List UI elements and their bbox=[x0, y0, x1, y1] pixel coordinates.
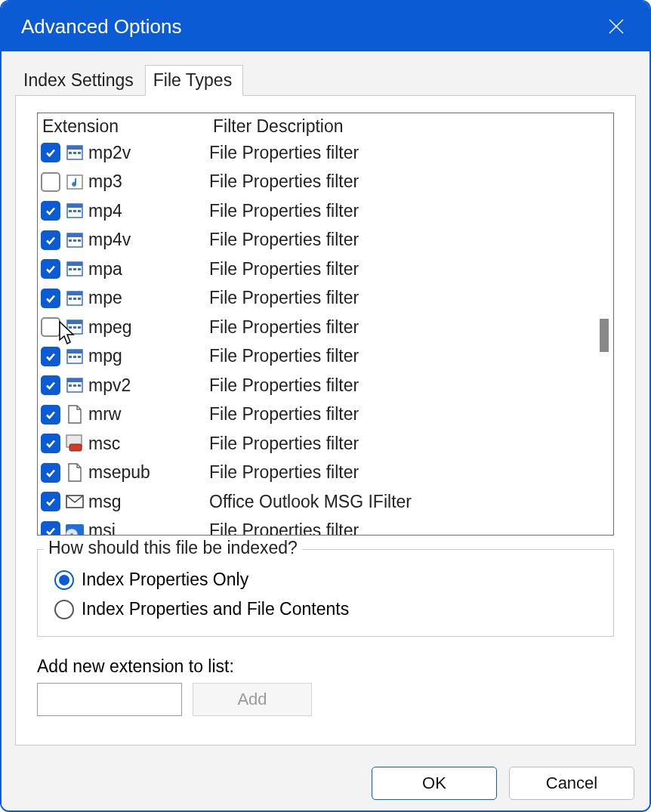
filter-description: File Properties filter bbox=[209, 171, 594, 192]
extension-name: msepub bbox=[88, 462, 209, 483]
cancel-button[interactable]: Cancel bbox=[509, 767, 634, 800]
list-content: Extension Filter Description mp2vFile Pr… bbox=[38, 113, 594, 535]
window-title: Advanced Options bbox=[21, 15, 600, 39]
extension-name: mpg bbox=[88, 346, 209, 366]
extension-input[interactable] bbox=[37, 683, 182, 716]
mail-file-icon bbox=[64, 491, 85, 512]
svg-rect-27 bbox=[78, 298, 81, 300]
video-file-icon bbox=[64, 230, 85, 251]
table-row[interactable]: msgOffice Outlook MSG IFilter bbox=[38, 487, 594, 517]
extension-name: msg bbox=[88, 492, 209, 512]
svg-rect-5 bbox=[73, 152, 76, 154]
extension-name: msc bbox=[88, 434, 209, 454]
file-types-list[interactable]: Extension Filter Description mp2vFile Pr… bbox=[37, 113, 614, 536]
list-rows: mp2vFile Properties filtermp3File Proper… bbox=[38, 138, 594, 535]
svg-rect-35 bbox=[69, 356, 72, 358]
table-row[interactable]: msiFile Properties filter bbox=[38, 517, 594, 536]
table-row[interactable]: msepubFile Properties filter bbox=[38, 458, 594, 488]
table-row[interactable]: mscFile Properties filter bbox=[38, 429, 594, 458]
ok-button[interactable]: OK bbox=[372, 767, 497, 800]
svg-rect-31 bbox=[73, 326, 76, 329]
checkbox[interactable] bbox=[41, 259, 60, 279]
svg-rect-16 bbox=[73, 239, 76, 242]
checkbox[interactable] bbox=[41, 434, 60, 453]
table-row[interactable]: mpaFile Properties filter bbox=[38, 255, 594, 284]
table-row[interactable]: mp4File Properties filter bbox=[38, 196, 594, 226]
titlebar: Advanced Options bbox=[2, 2, 649, 51]
svg-rect-30 bbox=[69, 326, 72, 329]
checkbox[interactable] bbox=[41, 143, 60, 162]
checkbox[interactable] bbox=[41, 492, 60, 511]
extension-name: mpv2 bbox=[88, 375, 209, 396]
video-file-icon bbox=[64, 288, 85, 309]
svg-rect-37 bbox=[78, 356, 81, 358]
table-row[interactable]: mpv2File Properties filter bbox=[38, 371, 594, 400]
table-row[interactable]: mrwFile Properties filter bbox=[38, 400, 594, 430]
tab-index-settings[interactable]: Index Settings bbox=[15, 65, 145, 96]
filter-description: File Properties filter bbox=[209, 317, 594, 338]
close-icon bbox=[607, 17, 625, 36]
svg-rect-24 bbox=[67, 292, 82, 295]
table-row[interactable]: mpeFile Properties filter bbox=[38, 284, 594, 313]
extension-name: mp4 bbox=[88, 201, 209, 221]
client-area: Index Settings File Types Extension Filt… bbox=[2, 51, 649, 756]
checkbox[interactable] bbox=[41, 289, 60, 308]
checkbox[interactable] bbox=[41, 463, 60, 483]
checkbox[interactable] bbox=[41, 230, 60, 250]
extension-name: mpa bbox=[88, 259, 209, 279]
checkbox[interactable] bbox=[41, 521, 60, 535]
table-row[interactable]: mp4vFile Properties filter bbox=[38, 226, 594, 255]
filter-description: File Properties filter bbox=[209, 520, 594, 535]
column-filter[interactable]: Filter Description bbox=[213, 116, 594, 137]
filter-description: File Properties filter bbox=[209, 346, 594, 366]
checkbox[interactable] bbox=[41, 201, 60, 221]
svg-rect-3 bbox=[67, 146, 82, 150]
extension-name: msi bbox=[88, 520, 209, 535]
checkbox[interactable] bbox=[41, 405, 60, 425]
scroll-thumb[interactable] bbox=[600, 319, 609, 352]
checkbox[interactable] bbox=[41, 347, 60, 366]
dialog-footer: OK Cancel bbox=[2, 756, 649, 810]
add-extension-label: Add new extension to list: bbox=[37, 656, 614, 677]
filter-description: File Properties filter bbox=[209, 404, 594, 425]
close-button[interactable] bbox=[600, 10, 633, 43]
checkbox[interactable] bbox=[41, 317, 60, 337]
video-file-icon bbox=[64, 200, 85, 221]
checkbox[interactable] bbox=[41, 172, 60, 192]
checkbox[interactable] bbox=[41, 375, 60, 395]
table-row[interactable]: mp3File Properties filter bbox=[38, 168, 594, 197]
radio-icon bbox=[54, 600, 74, 619]
table-row[interactable]: mpegFile Properties filter bbox=[38, 313, 594, 342]
svg-rect-39 bbox=[67, 378, 82, 382]
disc-file-icon bbox=[64, 520, 85, 535]
svg-rect-44 bbox=[69, 444, 82, 451]
blank-file-icon bbox=[64, 462, 85, 483]
svg-rect-4 bbox=[69, 152, 72, 154]
svg-rect-10 bbox=[69, 210, 72, 212]
svg-rect-29 bbox=[67, 320, 82, 324]
file-types-panel: Extension Filter Description mp2vFile Pr… bbox=[15, 95, 636, 746]
group-legend: How should this file be indexed? bbox=[44, 538, 302, 558]
column-extension[interactable]: Extension bbox=[41, 116, 213, 137]
radio-properties-and-contents[interactable]: Index Properties and File Contents bbox=[54, 594, 600, 624]
svg-rect-32 bbox=[78, 326, 81, 329]
video-file-icon bbox=[64, 316, 85, 338]
radio-label: Index Properties Only bbox=[82, 570, 248, 590]
radio-icon bbox=[54, 570, 74, 590]
scrollbar[interactable] bbox=[594, 113, 613, 535]
audio-file-icon bbox=[64, 171, 85, 193]
radio-properties-only[interactable]: Index Properties Only bbox=[54, 565, 600, 594]
add-button[interactable]: Add bbox=[193, 683, 312, 716]
table-row[interactable]: mpgFile Properties filter bbox=[38, 342, 594, 372]
svg-rect-15 bbox=[69, 239, 72, 242]
table-row[interactable]: mp2vFile Properties filter bbox=[38, 138, 594, 168]
extension-name: mp2v bbox=[88, 143, 209, 163]
svg-rect-40 bbox=[69, 384, 72, 387]
tab-file-types[interactable]: File Types bbox=[145, 65, 243, 96]
extension-name: mp3 bbox=[88, 171, 209, 192]
svg-rect-14 bbox=[67, 233, 82, 237]
advanced-options-dialog: Advanced Options Index Settings File Typ… bbox=[0, 0, 651, 812]
list-header: Extension Filter Description bbox=[38, 113, 594, 138]
radio-label: Index Properties and File Contents bbox=[82, 599, 349, 619]
video-file-icon bbox=[64, 258, 85, 279]
